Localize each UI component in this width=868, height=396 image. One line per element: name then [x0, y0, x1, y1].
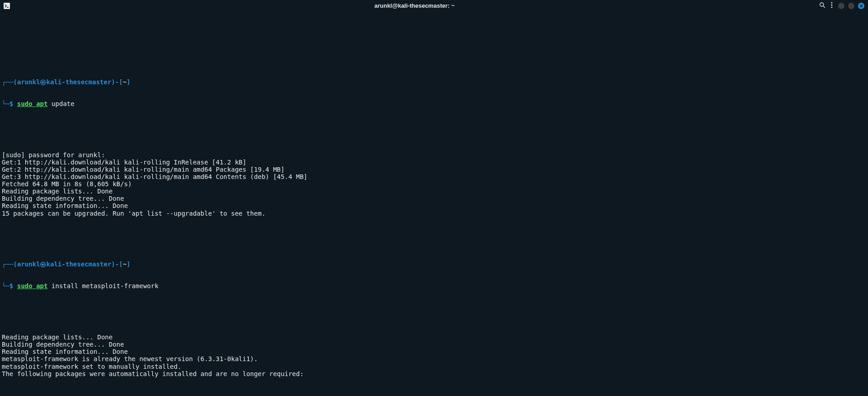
terminal-output-line: metasploit-framework set to manually ins… — [2, 363, 866, 370]
terminal-output-line: Reading package lists... Done — [2, 188, 866, 195]
prompt-host: kali-thesecmaster — [46, 78, 111, 86]
prompt-close-paren: ) — [112, 78, 115, 86]
svg-point-4 — [831, 2, 833, 4]
prompt-dash-open: -[ — [115, 78, 123, 86]
terminal-output-line: Reading state information... Done — [2, 202, 866, 209]
terminal-output-line: 15 packages can be upgraded. Run 'apt li… — [2, 210, 866, 217]
prompt-corner-top: ┌── — [2, 261, 13, 268]
cmd-space — [13, 100, 17, 107]
prompt-2: ┌──(arunkl㉿kali-thesecmaster)-[~] └─$ su… — [2, 246, 866, 304]
prompt-at: ㉿ — [40, 78, 46, 86]
prompt-close-paren: ) — [112, 261, 115, 268]
prompt-corner-top: ┌── — [2, 78, 13, 86]
cmd-rest: install metasploit-framework — [48, 282, 158, 290]
terminal-output-line: Get:2 http://kali.download/kali kali-rol… — [2, 166, 866, 173]
prompt-at: ㉿ — [40, 261, 46, 268]
cmd-rest: update — [48, 100, 74, 107]
terminal-output-line: Reading package lists... Done — [2, 333, 866, 341]
cmd-apt: apt — [32, 100, 48, 107]
terminal-output-line: Get:1 http://kali.download/kali kali-rol… — [2, 159, 866, 166]
prompt-dash-open: -[ — [115, 261, 123, 268]
minimize-button[interactable] — [838, 3, 844, 9]
titlebar: arunkl@kali-thesecmaster: ~ — [0, 0, 868, 12]
output-block-1: [sudo] password for arunkl:Get:1 http://… — [2, 151, 866, 217]
prompt-dash-close: ] — [126, 78, 130, 86]
prompt-dash-close: ] — [126, 261, 130, 268]
prompt-symbol: $ — [10, 282, 13, 290]
prompt-user: arunkl — [17, 261, 40, 268]
kebab-menu-icon[interactable] — [829, 2, 834, 10]
cmd-sudo: sudo — [17, 100, 33, 107]
prompt-corner-bottom: └─ — [2, 100, 10, 107]
cmd-sudo: sudo — [17, 282, 33, 290]
svg-point-2 — [820, 3, 824, 6]
terminal-output-line: Get:3 http://kali.download/kali kali-rol… — [2, 173, 866, 180]
maximize-button[interactable] — [848, 3, 854, 9]
cmd-apt: apt — [32, 282, 48, 290]
titlebar-right — [819, 2, 864, 10]
window-title: arunkl@kali-thesecmaster: ~ — [10, 3, 819, 10]
prompt-path: ~ — [123, 78, 126, 86]
titlebar-left — [4, 3, 10, 9]
terminal-output-line: The following packages were automaticall… — [2, 370, 866, 377]
terminal-output-line: Building dependency tree... Done — [2, 341, 866, 348]
terminal-output-line: Reading state information... Done — [2, 348, 866, 355]
prompt-open-paren: ( — [13, 261, 17, 268]
svg-point-6 — [831, 7, 833, 8]
terminal-app-icon — [4, 3, 10, 9]
terminal-body[interactable]: ┌──(arunkl㉿kali-thesecmaster)-[~] └─$ su… — [0, 12, 868, 396]
spacer — [2, 27, 866, 34]
prompt-host: kali-thesecmaster — [46, 261, 111, 268]
prompt-symbol: $ — [10, 100, 13, 107]
terminal-output-line: Fetched 64.8 MB in 8s (8,605 kB/s) — [2, 180, 866, 188]
prompt-path: ~ — [123, 261, 126, 268]
svg-point-5 — [831, 5, 833, 6]
terminal-output-line: [sudo] password for arunkl: — [2, 151, 866, 159]
search-icon[interactable] — [819, 2, 825, 10]
terminal-output-line: metasploit-framework is already the newe… — [2, 355, 866, 362]
output-block-2-head: Reading package lists... DoneBuilding de… — [2, 333, 866, 377]
svg-line-3 — [823, 6, 825, 8]
prompt-corner-bottom: └─ — [2, 282, 10, 290]
prompt-user: arunkl — [17, 78, 40, 86]
close-button[interactable] — [858, 3, 864, 9]
prompt-open-paren: ( — [13, 78, 17, 86]
prompt-1: ┌──(arunkl㉿kali-thesecmaster)-[~] └─$ su… — [2, 64, 866, 122]
cmd-space — [13, 282, 17, 290]
terminal-output-line: Building dependency tree... Done — [2, 195, 866, 202]
